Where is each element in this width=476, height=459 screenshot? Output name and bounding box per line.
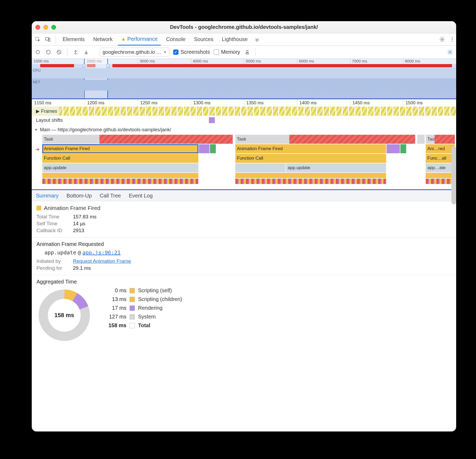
stack-function: app.update — [44, 249, 76, 256]
more-tabs-icon[interactable] — [253, 37, 261, 42]
checkbox-label: Memory — [221, 49, 240, 55]
legend-swatch — [130, 297, 135, 302]
flame-upd-2a[interactable] — [235, 163, 286, 172]
minimize-window-button[interactable] — [43, 25, 48, 30]
svg-point-3 — [441, 38, 443, 40]
layout-shifts-track[interactable]: Layout shifts — [32, 116, 456, 125]
tab-lighthouse[interactable]: Lighthouse — [219, 33, 251, 45]
screenshots-checkbox[interactable]: ✓ Screenshots — [173, 49, 210, 55]
tab-network[interactable]: Network — [90, 33, 116, 45]
main-thread-header[interactable]: ▼ Main — https://googlechrome.github.io/… — [32, 125, 456, 135]
devtools-window: DevTools - googlechrome.github.io/devtoo… — [32, 21, 456, 431]
total-time-value: 157.83 ms — [73, 214, 97, 220]
svg-point-7 — [36, 50, 40, 54]
flame-aff-selected[interactable]: Animation Frame Fired — [42, 144, 198, 153]
tab-label: Network — [93, 36, 112, 42]
flame-aff-3[interactable]: Ani…red — [426, 144, 455, 153]
zoom-window-button[interactable] — [51, 25, 56, 30]
titlebar[interactable]: DevTools - googlechrome.github.io/devtoo… — [32, 21, 456, 33]
tab-console[interactable]: Console — [163, 33, 189, 45]
overview-selection[interactable] — [84, 59, 108, 98]
tab-label: Performance — [127, 36, 158, 42]
selection-arrow-icon: ➔ — [35, 146, 39, 152]
settings-icon[interactable] — [438, 37, 446, 42]
initiated-by-link[interactable]: Request Animation Frame — [73, 258, 131, 264]
tab-label: Elements — [63, 36, 85, 42]
stack-location-link[interactable]: app.js:96:21 — [83, 249, 121, 256]
tab-performance[interactable]: ▲ Performance — [118, 34, 161, 46]
checkbox-icon: ✓ — [173, 50, 178, 55]
flame-task-2[interactable]: Task — [235, 135, 415, 144]
flame-aff-purple-2[interactable] — [387, 144, 400, 153]
flame-task-3[interactable]: Task — [426, 135, 455, 144]
svg-point-5 — [452, 39, 453, 40]
flame-aff-2[interactable]: Animation Frame Fired — [235, 144, 386, 153]
frames-track[interactable]: ▶ Frames — [32, 107, 456, 116]
flame-aff-purple-1[interactable] — [199, 144, 209, 153]
warning-icon: ▲ — [121, 36, 126, 42]
event-color-swatch — [36, 206, 41, 210]
pending-for-label: Pending for — [36, 265, 68, 271]
tab-event-log[interactable]: Event Log — [128, 192, 153, 200]
event-heading: Animation Frame Fired — [36, 205, 451, 211]
clear-button[interactable] — [56, 49, 62, 56]
flame-fc-2[interactable]: Function Call — [235, 154, 386, 163]
url-selector[interactable]: googlechrome.github.io … ▼ — [100, 48, 170, 57]
self-time-label: Self Time — [36, 221, 68, 227]
total-time-label: Total Time — [36, 214, 68, 220]
garbage-collect-icon[interactable] — [244, 49, 251, 56]
details-tabs: Summary Bottom-Up Call Tree Event Log — [32, 190, 456, 201]
main-thread-label: Main — https://googlechrome.github.io/de… — [40, 127, 171, 133]
disclose-icon: ▼ — [34, 128, 38, 132]
timeline-overview[interactable]: 1000 ms2000 ms3000 ms4000 ms5000 ms6000 … — [32, 59, 456, 98]
legend-swatch — [130, 314, 135, 320]
tab-bottom-up[interactable]: Bottom-Up — [66, 192, 93, 200]
upload-profile-icon[interactable] — [72, 49, 79, 56]
panel-tabs: Elements Network ▲ Performance Console S… — [32, 33, 456, 46]
flame-aff-green-2[interactable] — [400, 144, 406, 153]
event-name: Animation Frame Fired — [44, 205, 100, 211]
flame-upd-1[interactable]: app.update — [42, 163, 198, 172]
initiated-by-label: Initiated by — [36, 258, 68, 264]
tab-elements[interactable]: Elements — [59, 33, 88, 45]
frames-label: Frames — [41, 109, 57, 114]
svg-point-4 — [452, 37, 453, 38]
download-profile-icon[interactable] — [83, 49, 90, 56]
flame-upd-2b[interactable]: app.update — [286, 163, 386, 172]
close-window-button[interactable] — [35, 25, 40, 30]
flame-upd-3[interactable]: app…ate — [426, 163, 455, 172]
flame-fc-3[interactable]: Func…all — [426, 154, 455, 163]
flame-scrollbar[interactable] — [451, 146, 456, 204]
aggregated-donut-chart: 158 ms — [36, 287, 92, 343]
aggregated-legend: 0 msScripting (self) 13 msScripting (chi… — [103, 287, 182, 328]
memory-checkbox[interactable]: Memory — [214, 49, 240, 55]
kebab-menu-icon[interactable] — [448, 37, 456, 42]
donut-center-value: 158 ms — [36, 287, 92, 343]
window-title: DevTools - googlechrome.github.io/devtoo… — [32, 24, 456, 30]
summary-pane: Animation Frame Fired Total Time157.83 m… — [32, 201, 456, 347]
flame-fc-1[interactable]: Function Call — [42, 154, 198, 163]
tab-label: Sources — [194, 36, 213, 42]
flame-task-gap[interactable] — [417, 135, 425, 144]
svg-rect-2 — [48, 38, 50, 41]
performance-toolbar: googlechrome.github.io … ▼ ✓ Screenshots… — [32, 46, 456, 59]
capture-settings-icon[interactable] — [447, 49, 454, 56]
reload-and-record-button[interactable] — [45, 49, 52, 56]
self-time-value: 14 µs — [73, 221, 85, 227]
record-button[interactable] — [34, 49, 41, 56]
callback-id-label: Callback ID — [36, 228, 68, 233]
tab-label: Console — [166, 36, 185, 42]
inspect-element-icon[interactable] — [34, 37, 42, 42]
pending-for-value: 29.1 ms — [73, 265, 91, 271]
flame-task-1[interactable]: Task — [42, 135, 233, 144]
request-heading: Animation Frame Requested — [36, 241, 451, 247]
tab-sources[interactable]: Sources — [191, 33, 216, 45]
flame-chart[interactable]: 1150 ms1200 ms1250 ms1300 ms1350 ms1400 … — [32, 98, 456, 190]
tab-call-tree[interactable]: Call Tree — [99, 192, 121, 200]
flame-aff-green-1[interactable] — [210, 144, 216, 153]
tab-summary[interactable]: Summary — [35, 192, 59, 200]
toggle-device-toolbar-icon[interactable] — [44, 37, 52, 42]
checkbox-icon — [214, 50, 219, 55]
svg-point-6 — [452, 40, 453, 41]
tab-label: Lighthouse — [222, 36, 248, 42]
